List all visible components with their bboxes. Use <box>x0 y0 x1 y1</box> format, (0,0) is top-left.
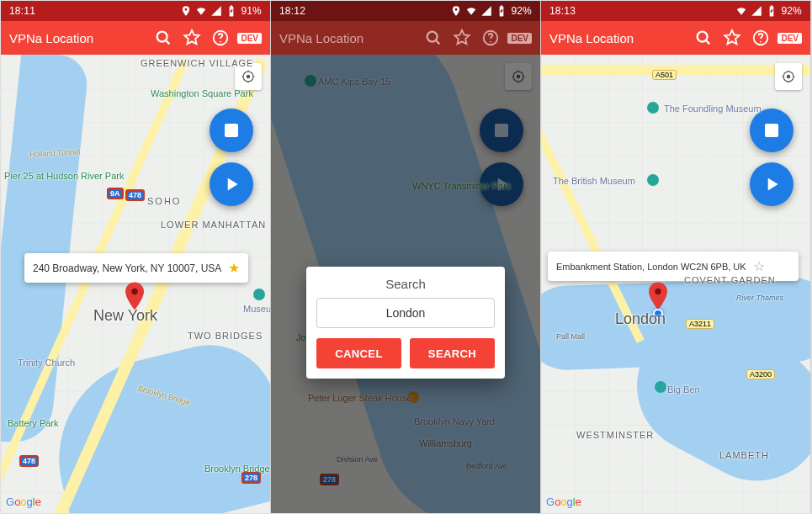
search-icon[interactable] <box>151 26 175 50</box>
stop-fab[interactable] <box>210 109 253 152</box>
help-icon[interactable] <box>749 26 772 50</box>
app-bar: VPNa Location DEV <box>1 21 270 55</box>
signal-icon <box>210 5 222 17</box>
stop-fab[interactable] <box>750 109 793 152</box>
poi-icon <box>655 381 666 393</box>
search-icon[interactable] <box>422 26 445 50</box>
address-text: 240 Broadway, New York, NY 10007, USA <box>33 262 221 274</box>
svg-point-7 <box>427 32 438 42</box>
favorite-icon[interactable] <box>450 26 474 50</box>
search-icon[interactable] <box>692 26 715 50</box>
battery-percent: 91% <box>241 5 262 17</box>
location-icon <box>450 5 462 17</box>
road-badge: A3211 <box>686 319 714 329</box>
status-icons: 91% <box>180 5 262 17</box>
road-badge: A3200 <box>746 369 775 379</box>
route-shield: 478 <box>125 189 145 201</box>
svg-point-17 <box>787 75 791 79</box>
svg-line-8 <box>437 40 440 44</box>
address-card[interactable]: 240 Broadway, New York, NY 10007, USA ★ <box>24 253 248 283</box>
app-title: VPNa Location <box>9 31 146 45</box>
wifi-icon <box>195 5 207 17</box>
help-icon[interactable] <box>479 26 502 50</box>
play-icon <box>761 173 783 195</box>
dev-badge[interactable]: DEV <box>778 33 802 44</box>
dialog-title: Search <box>316 277 495 291</box>
svg-point-10 <box>491 41 492 43</box>
status-time: 18:13 <box>549 5 576 17</box>
status-icons: 92% <box>450 5 532 17</box>
svg-point-0 <box>157 32 167 42</box>
my-location-button[interactable] <box>775 63 802 90</box>
my-location-button[interactable] <box>235 63 262 90</box>
location-icon <box>180 5 192 17</box>
wifi-icon <box>465 5 477 17</box>
battery-percent: 92% <box>511 5 532 17</box>
svg-line-1 <box>167 40 170 44</box>
search-dialog: Search CANCEL SEARCH <box>306 267 505 379</box>
google-logo: Google <box>546 495 581 508</box>
signal-icon <box>480 5 492 17</box>
route-shield: 478 <box>19 455 39 467</box>
svg-line-14 <box>707 40 710 44</box>
search-button[interactable]: SEARCH <box>410 338 495 368</box>
cancel-button[interactable]: CANCEL <box>316 338 401 368</box>
current-location-dot <box>653 309 663 319</box>
favorite-star-icon[interactable]: ★ <box>228 260 240 276</box>
help-icon[interactable] <box>209 26 232 50</box>
dev-badge[interactable]: DEV <box>237 33 262 44</box>
svg-point-4 <box>247 75 251 79</box>
road-badge: A501 <box>652 70 677 80</box>
status-bar: 18:12 92% <box>271 1 540 21</box>
favorite-icon[interactable] <box>720 26 744 50</box>
dev-badge[interactable]: DEV <box>507 33 532 44</box>
app-title: VPNa Location <box>279 31 417 45</box>
signal-icon <box>751 5 762 17</box>
app-bar: VPNa Location DEV <box>541 21 810 55</box>
map[interactable]: Embankment Station, London WC2N 6PB, UK … <box>541 55 810 513</box>
status-time: 18:11 <box>9 5 35 17</box>
battery-percent: 92% <box>781 5 802 17</box>
status-icons: 92% <box>735 5 802 17</box>
route-shield: 278 <box>241 472 261 484</box>
status-time: 18:12 <box>279 5 305 17</box>
address-card[interactable]: Embankment Station, London WC2N 6PB, UK … <box>548 252 799 281</box>
route-shield: 9A <box>107 188 124 199</box>
app-title: VPNa Location <box>549 31 687 45</box>
battery-icon <box>226 5 237 17</box>
museum-poi-icon <box>647 174 659 186</box>
map[interactable]: 240 Broadway, New York, NY 10007, USA ★ … <box>1 55 270 513</box>
museum-poi-icon <box>253 289 265 300</box>
play-fab[interactable] <box>210 162 253 206</box>
search-input[interactable] <box>316 298 495 328</box>
play-fab[interactable] <box>750 162 793 206</box>
map[interactable]: AMC Kips Bay 15 WNYC Transmitter Park Jo… <box>271 55 540 513</box>
phone-screen-1: 18:11 91% VPNa Location DEV <box>1 1 271 513</box>
address-text: Embankment Station, London WC2N 6PB, UK <box>556 262 746 272</box>
stop-icon <box>225 124 238 137</box>
status-bar: 18:11 91% <box>1 1 270 21</box>
museum-poi-icon <box>647 102 659 114</box>
svg-point-3 <box>220 41 222 43</box>
google-logo: Google <box>6 495 41 508</box>
battery-icon <box>496 5 507 17</box>
phone-screen-3: 18:13 92% VPNa Location DEV Embankment S… <box>541 1 811 513</box>
app-bar: VPNa Location DEV <box>271 21 540 55</box>
status-bar: 18:13 92% <box>541 1 810 21</box>
favorite-icon[interactable] <box>180 26 204 50</box>
wifi-icon <box>735 5 747 17</box>
stop-icon <box>765 124 778 137</box>
phone-screen-2: 18:12 92% VPNa Location DEV AMC Kips Bay… <box>271 1 541 513</box>
play-icon <box>220 173 242 195</box>
battery-icon <box>766 5 778 17</box>
svg-point-16 <box>761 41 762 43</box>
favorite-star-icon[interactable]: ☆ <box>753 258 765 274</box>
svg-point-13 <box>698 32 708 42</box>
